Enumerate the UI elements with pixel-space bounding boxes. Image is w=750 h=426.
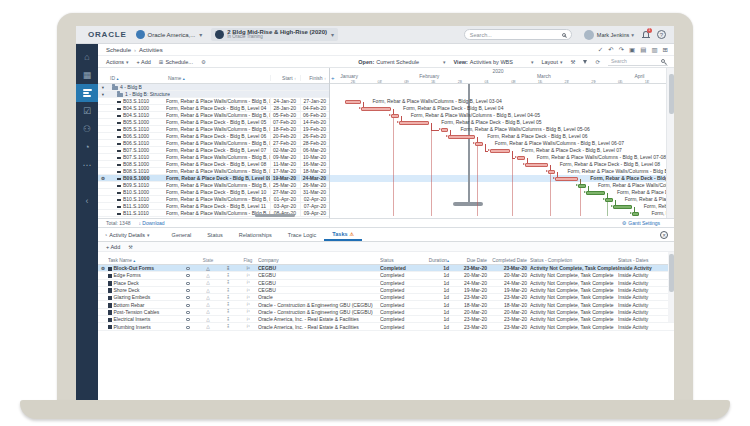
state-icon[interactable]: △ xyxy=(198,295,218,300)
flag-icon[interactable]: ⚐ xyxy=(238,273,258,278)
filter-icon[interactable] xyxy=(583,60,587,64)
column-company[interactable]: Company xyxy=(258,258,380,263)
gantt-bar[interactable] xyxy=(613,205,632,209)
task-row[interactable]: ⚙Block-Out Forms△⁑⚐CEGBUCompleted1d23-Ma… xyxy=(98,265,674,272)
close-icon[interactable]: ✕ xyxy=(660,231,668,239)
sidebar-item-schedule-icon[interactable] xyxy=(76,84,98,102)
chat-icon[interactable] xyxy=(178,294,198,300)
state-icon[interactable]: △ xyxy=(198,288,218,293)
sidebar-item-resources-icon[interactable]: ⚇ xyxy=(76,120,98,138)
tab-tasks[interactable]: Tasks⚠ xyxy=(324,228,362,241)
gantt-bar[interactable] xyxy=(361,107,392,111)
gantt-bar[interactable] xyxy=(490,149,509,153)
flag-icon[interactable]: ⚐ xyxy=(238,317,258,322)
project-selector[interactable]: 2 Bldg Mid-Rise & High-Rise (2020) In Or… xyxy=(211,28,338,42)
gantt-bar[interactable] xyxy=(548,170,556,174)
customize-icon[interactable]: ⚒ xyxy=(128,244,132,250)
assignees-icon[interactable]: ⁑ xyxy=(218,309,238,314)
column-status[interactable]: Status xyxy=(380,258,424,263)
expand-icon[interactable]: ⊞ xyxy=(663,46,668,54)
schedule-button[interactable]: ⊞Schedule... xyxy=(159,59,193,65)
state-icon[interactable]: △ xyxy=(198,317,218,322)
task-row[interactable]: Glazing Embeds△⁑⚐OracleCompleted1d23-Mar… xyxy=(98,294,674,301)
chat-icon[interactable] xyxy=(178,324,198,330)
activity-row[interactable]: B08.S.1000Form, Rebar & Place Deck - Bld… xyxy=(98,161,329,168)
chat-icon[interactable] xyxy=(178,287,198,293)
document-icon[interactable]: ▤ xyxy=(640,46,646,54)
tab-trace-logic[interactable]: Trace Logic xyxy=(280,228,325,241)
flag-icon[interactable]: ⚐ xyxy=(238,302,258,307)
sidebar-item-home-icon[interactable]: ⌂ xyxy=(76,48,98,66)
activity-row[interactable]: B08.S.1010Form, Rebar & Place Walls/Colu… xyxy=(98,168,329,175)
task-row[interactable]: Edge Forms△⁑⚐CEGBUCompleted1d20-Mar-2020… xyxy=(98,272,674,279)
gantt-bar[interactable] xyxy=(632,212,640,216)
gantt-bar[interactable] xyxy=(555,177,578,181)
task-row[interactable]: Plumbing Inserts△⁑⚐Oracle America, Inc. … xyxy=(98,323,674,330)
activity-row[interactable]: B06.S.1010Form, Rebar & Place Walls/Colu… xyxy=(98,140,329,147)
gantt-bar[interactable] xyxy=(441,128,449,132)
assignees-icon[interactable]: ⁑ xyxy=(218,295,238,300)
gantt-bar[interactable] xyxy=(448,135,475,139)
flag-icon[interactable]: ⚐ xyxy=(238,266,258,271)
state-icon[interactable]: △ xyxy=(198,280,218,285)
notifications-button[interactable]: 1 xyxy=(642,30,650,39)
sidebar-item-dashboard-icon[interactable]: ▦ xyxy=(76,66,98,84)
activity-row[interactable]: B10.S.1010Form, Rebar & Place Walls/Colu… xyxy=(98,196,329,203)
assignees-icon[interactable]: ⁑ xyxy=(218,266,238,271)
sidebar-item-more-icon[interactable]: ⋯ xyxy=(76,156,98,174)
assignees-icon[interactable]: ⁑ xyxy=(218,324,238,329)
sidebar-collapse-button[interactable]: ‹ xyxy=(76,192,98,210)
gantt-bar[interactable] xyxy=(605,198,613,202)
flag-icon[interactable]: ⚐ xyxy=(238,280,258,285)
customize-icon[interactable]: ⚒ xyxy=(570,59,575,65)
undo-icon[interactable]: ↶ xyxy=(608,46,613,54)
activity-row[interactable]: B07.S.1000Form, Rebar & Place Deck - Bld… xyxy=(98,147,329,154)
tab-general[interactable]: General xyxy=(164,228,200,241)
gantt-bar[interactable] xyxy=(525,163,548,167)
sidebar-item-history-icon[interactable]: ◔ xyxy=(76,138,98,156)
column-task-name[interactable]: Task Name ▴ xyxy=(108,258,178,263)
activity-row[interactable]: B04.S.1000Form, Rebar & Place Deck - Bld… xyxy=(98,105,329,112)
column-name[interactable]: Name ▴ xyxy=(166,75,270,81)
column-completed-date[interactable]: Completed Date xyxy=(490,258,530,263)
refresh-icon[interactable]: ⟳ xyxy=(595,59,600,65)
task-row[interactable]: Shore Deck△⁑⚐CEGBUCompleted1d19-Mar-2019… xyxy=(98,287,674,294)
user-menu[interactable]: Mark Jenkins ▾ xyxy=(584,30,634,40)
chat-icon[interactable] xyxy=(178,280,198,286)
column-status-completion[interactable]: Status - Completion xyxy=(530,258,618,263)
workspace-selector[interactable]: Oracle America,... ▾ xyxy=(136,30,203,39)
details-scrollbar[interactable] xyxy=(668,252,674,322)
wbs-group-row[interactable]: ▾1 - Bldg B: Structure xyxy=(98,91,329,98)
state-icon[interactable]: △ xyxy=(198,324,218,329)
assignees-icon[interactable]: ⁑ xyxy=(218,317,238,322)
activity-row[interactable]: B03.S.1010Form, Rebar & Place Walls/Colu… xyxy=(98,98,329,105)
flag-icon[interactable]: ⚐ xyxy=(238,309,258,314)
activity-row[interactable]: B09.S.1010Form, Rebar & Place Walls/Colu… xyxy=(98,182,329,189)
open-schedule-select[interactable]: Open:Current Schedule▾ xyxy=(358,59,445,65)
sidebar-item-checklist-icon[interactable]: ☑ xyxy=(76,102,98,120)
activity-row[interactable]: B11.S.1000Form, Rebar & Place Deck - Bld… xyxy=(98,203,329,210)
wbs-group-row[interactable]: ▾4 - Bldg B xyxy=(98,84,329,91)
column-id[interactable]: ID ▴ xyxy=(108,75,166,81)
assignees-icon[interactable]: ⁑ xyxy=(218,288,238,293)
chat-icon[interactable] xyxy=(178,265,198,271)
task-row[interactable]: Bottom Rebar△⁑⚐Oracle - Construction & E… xyxy=(98,301,674,308)
chat-icon[interactable] xyxy=(178,272,198,278)
chat-icon[interactable] xyxy=(178,316,198,322)
column-start[interactable]: Start ↕ xyxy=(270,75,300,81)
state-icon[interactable]: △ xyxy=(198,273,218,278)
state-icon[interactable]: △ xyxy=(198,309,218,314)
settings-gear-icon[interactable]: ⚙ xyxy=(201,59,206,65)
check-icon[interactable]: ✓ xyxy=(598,46,603,54)
chat-icon[interactable] xyxy=(178,309,198,315)
flag-icon[interactable]: ⚐ xyxy=(238,295,258,300)
table-search-input[interactable]: Search xyxy=(608,57,668,66)
column-duration[interactable]: Duration▴ xyxy=(424,258,452,263)
activity-details-menu[interactable]: ◔Activity Details▾ xyxy=(104,232,150,238)
breadcrumb-schedule[interactable]: Schedule xyxy=(106,47,131,53)
gantt-bar[interactable] xyxy=(586,191,605,195)
column-due-date[interactable]: Due Date xyxy=(452,258,490,263)
column-status-dates[interactable]: Status - Dates xyxy=(618,258,674,263)
help-button[interactable]: ? xyxy=(657,30,666,39)
actions-menu[interactable]: Actions▾ xyxy=(106,59,129,65)
